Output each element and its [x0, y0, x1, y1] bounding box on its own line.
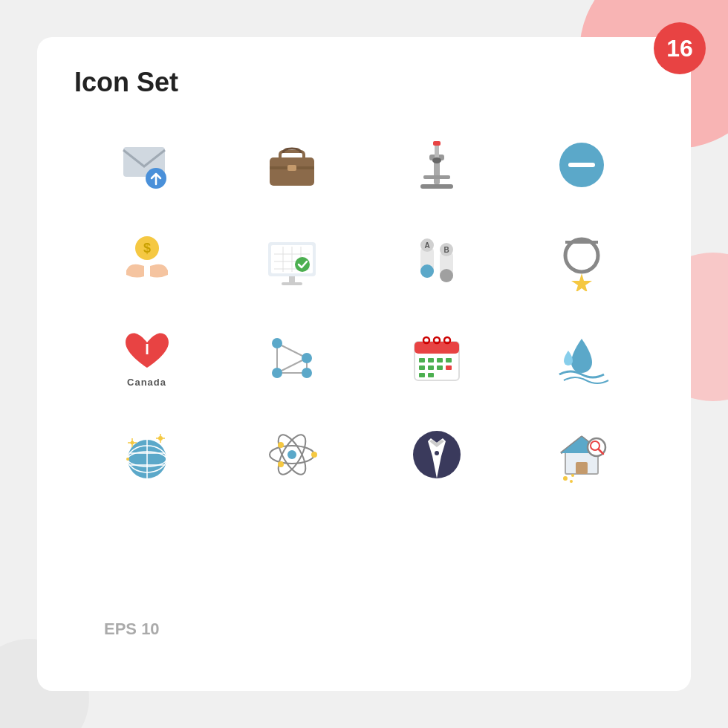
- svg-text:B: B: [443, 246, 449, 254]
- svg-point-92: [570, 480, 573, 483]
- medal-icon: [545, 224, 619, 299]
- disco-ball-icon: [110, 417, 184, 492]
- svg-rect-61: [446, 365, 452, 370]
- icon-grid: $: [74, 128, 654, 492]
- water-drop-icon: [545, 321, 619, 395]
- atom-icon: [255, 417, 329, 492]
- savings-icon: $: [110, 224, 184, 299]
- svg-rect-87: [576, 462, 588, 474]
- svg-point-93: [571, 474, 574, 477]
- badge-number-circle: 16: [654, 22, 706, 74]
- presentation-icon: [255, 224, 329, 299]
- icon-cell-network: [227, 321, 357, 395]
- svg-rect-14: [568, 163, 595, 167]
- svg-point-83: [278, 461, 284, 467]
- main-card: Icon Set: [37, 37, 691, 691]
- canada-label: Canada: [127, 377, 166, 388]
- svg-point-85: [435, 451, 439, 455]
- canada-icon-wrap: I Canada: [121, 329, 173, 388]
- upload-email-icon: [110, 128, 184, 202]
- icon-cell-water: [516, 321, 646, 395]
- icon-cell-upload-email: [82, 128, 212, 202]
- svg-point-47: [272, 368, 282, 378]
- svg-marker-38: [571, 273, 592, 291]
- test-tubes-icon: A B: [400, 224, 474, 299]
- svg-point-27: [295, 257, 310, 272]
- svg-rect-20: [282, 282, 302, 285]
- calendar-icon: [400, 321, 474, 395]
- svg-point-45: [272, 338, 282, 348]
- svg-rect-58: [419, 365, 425, 370]
- svg-point-53: [444, 337, 450, 343]
- svg-rect-59: [428, 365, 434, 370]
- home-search-icon: [545, 417, 619, 492]
- svg-rect-57: [446, 358, 452, 363]
- svg-point-72: [126, 458, 129, 461]
- icon-cell-canada: I Canada: [82, 321, 212, 395]
- svg-point-51: [423, 337, 429, 343]
- canada-heart-svg: I: [121, 329, 173, 374]
- icon-cell-savings: $: [82, 224, 212, 299]
- svg-rect-55: [428, 358, 434, 363]
- icon-cell-briefcase: [227, 128, 357, 202]
- svg-rect-62: [419, 373, 425, 377]
- svg-point-52: [434, 337, 440, 343]
- briefcase-icon: [255, 128, 329, 202]
- footer-text: EPS 10: [104, 620, 160, 639]
- page-title: Icon Set: [74, 67, 654, 98]
- icon-cell-atom: [227, 417, 357, 492]
- svg-rect-12: [423, 175, 450, 179]
- svg-rect-10: [433, 141, 441, 146]
- svg-rect-6: [420, 184, 453, 189]
- svg-point-46: [302, 353, 312, 363]
- svg-point-11: [432, 157, 441, 163]
- badge-count: 16: [666, 35, 693, 62]
- svg-point-91: [563, 476, 568, 481]
- svg-rect-5: [287, 165, 296, 171]
- svg-text:$: $: [143, 241, 150, 256]
- info-tie-icon: [400, 417, 474, 492]
- svg-point-81: [311, 452, 317, 458]
- svg-text:I: I: [145, 341, 149, 357]
- network-icon: [255, 321, 329, 395]
- svg-rect-33: [440, 269, 453, 282]
- icon-cell-presentation: [227, 224, 357, 299]
- icon-cell-calendar: [371, 321, 501, 395]
- svg-point-82: [278, 442, 284, 448]
- svg-point-77: [287, 450, 296, 459]
- svg-rect-63: [428, 373, 434, 377]
- svg-rect-56: [437, 358, 443, 363]
- icon-cell-minus-circle: [516, 128, 646, 202]
- icon-cell-microscope: [371, 128, 501, 202]
- minus-circle-icon: [545, 128, 619, 202]
- svg-rect-60: [437, 365, 443, 370]
- svg-rect-54: [419, 358, 425, 363]
- svg-text:A: A: [424, 241, 429, 250]
- icon-cell-medal: [516, 224, 646, 299]
- icon-cell-home-search: [516, 417, 646, 492]
- svg-point-36: [565, 239, 598, 272]
- microscope-icon: [400, 128, 474, 202]
- icon-cell-info-tie: [371, 417, 501, 492]
- icon-cell-disco-ball: [82, 417, 212, 492]
- svg-point-48: [302, 368, 312, 378]
- svg-rect-29: [420, 264, 434, 278]
- icon-cell-test-tubes: A B: [371, 224, 501, 299]
